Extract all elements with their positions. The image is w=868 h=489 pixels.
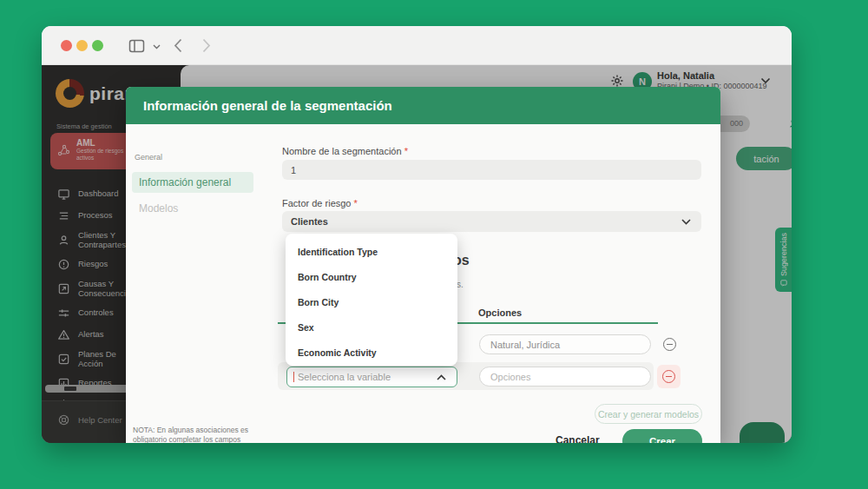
browser-window: pirani Sistema de gestión AML Gestión de… [42,26,792,443]
cancel-button[interactable]: Cancelar [556,434,600,443]
risk-factor-label: Factor de riesgo * [282,198,358,208]
options-column-header: Opciones [478,307,522,318]
modal-title: Información general de la segmentación [143,98,392,113]
dropdown-option-sex[interactable]: Sex [286,314,457,340]
remove-row1-icon[interactable] [663,338,676,351]
modal-nav-section: General [135,153,162,162]
zoom-window-button[interactable] [92,40,103,51]
chevron-up-icon [437,374,446,380]
back-icon[interactable] [174,38,182,53]
modal-note: NOTA: En algunas asociaciones es obligat… [133,426,272,443]
chevron-down-icon [681,219,691,225]
section-subtitle-fragment: s. [457,280,464,289]
dropdown-option-identification-type[interactable]: Identification Type [286,239,457,264]
risk-factor-select[interactable]: Clientes [282,211,701,232]
segmentation-modal: Información general de la segmentación G… [126,87,720,443]
options-input-row1[interactable]: Natural, Jurídica [479,334,651,354]
modal-body: General Información general Modelos Nomb… [126,124,720,443]
required-mark: * [354,198,358,208]
dropdown-option-economic-activity[interactable]: Economic Activity [286,340,457,365]
modal-nav-informacion-general[interactable]: Información general [132,172,253,193]
chevron-down-icon[interactable] [153,44,161,50]
dropdown-option-born-city[interactable]: Born City [286,289,457,314]
forward-icon[interactable] [202,38,211,53]
create-button[interactable]: Crear [622,429,702,443]
close-window-button[interactable] [61,40,72,51]
modal-nav-modelos[interactable]: Modelos [139,202,178,215]
options-input-row2[interactable]: Opciones [479,367,651,387]
sidebar-toggle-icon[interactable] [128,39,145,53]
app-page: pirani Sistema de gestión AML Gestión de… [42,65,792,443]
modal-header: Información general de la segmentación [126,87,720,124]
remove-row2-icon[interactable] [662,370,675,383]
generate-models-button[interactable]: Crear y generar modelos [595,404,702,424]
dropdown-option-born-country[interactable]: Born Country [286,264,457,289]
name-label: Nombre de la segmentación * [282,146,408,156]
browser-toolbar [42,26,792,65]
text-cursor [293,372,294,382]
variable-combobox[interactable]: Selecciona la variable [286,367,457,387]
required-mark: * [404,146,408,156]
segmentation-name-input[interactable]: 1 [282,160,701,180]
minimize-window-button[interactable] [76,40,88,51]
variable-dropdown: Identification Type Born Country Born Ci… [286,234,457,366]
